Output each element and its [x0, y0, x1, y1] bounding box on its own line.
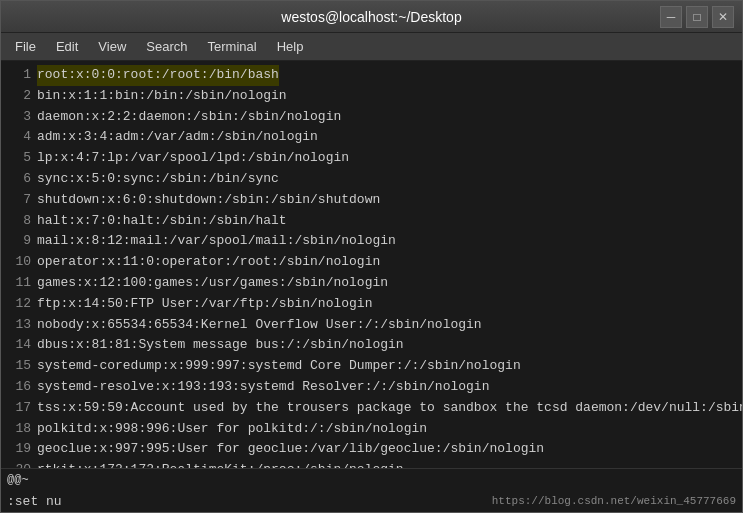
line-number: 2 — [7, 86, 31, 107]
line-number: 17 — [7, 398, 31, 419]
line-content: operator:x:11:0:operator:/root:/sbin/nol… — [37, 252, 380, 273]
line-content: geoclue:x:997:995:User for geoclue:/var/… — [37, 439, 544, 460]
line-content: systemd-resolve:x:193:193:systemd Resolv… — [37, 377, 489, 398]
maximize-button[interactable]: □ — [686, 6, 708, 28]
line-content: ftp:x:14:50:FTP User:/var/ftp:/sbin/nolo… — [37, 294, 372, 315]
table-row: 11games:x:12:100:games:/usr/games:/sbin/… — [7, 273, 736, 294]
line-number: 8 — [7, 211, 31, 232]
line-content: lp:x:4:7:lp:/var/spool/lpd:/sbin/nologin — [37, 148, 349, 169]
menu-edit[interactable]: Edit — [46, 35, 88, 58]
table-row: 20rtkit:x:172:172:RealtimeKit:/proc:/sbi… — [7, 460, 736, 468]
line-content: rtkit:x:172:172:RealtimeKit:/proc:/sbin/… — [37, 460, 404, 468]
line-content: shutdown:x:6:0:shutdown:/sbin:/sbin/shut… — [37, 190, 380, 211]
terminal-content: 1root:x:0:0:root:/root:/bin/bash2bin:x:1… — [1, 61, 742, 468]
line-content: systemd-coredump:x:999:997:systemd Core … — [37, 356, 521, 377]
title-bar: westos@localhost:~/Desktop ─ □ ✕ — [1, 1, 742, 33]
menu-help[interactable]: Help — [267, 35, 314, 58]
line-number: 1 — [7, 65, 31, 86]
line-content: root:x:0:0:root:/root:/bin/bash — [37, 65, 279, 86]
line-number: 19 — [7, 439, 31, 460]
line-number: 12 — [7, 294, 31, 315]
line-content: games:x:12:100:games:/usr/games:/sbin/no… — [37, 273, 388, 294]
line-number: 5 — [7, 148, 31, 169]
line-number: 14 — [7, 335, 31, 356]
command-line: :set nu — [7, 494, 492, 509]
window-title: westos@localhost:~/Desktop — [281, 9, 461, 25]
url-display: https://blog.csdn.net/weixin_45777669 — [492, 495, 736, 507]
line-number: 11 — [7, 273, 31, 294]
terminal-window: westos@localhost:~/Desktop ─ □ ✕ File Ed… — [0, 0, 743, 513]
line-content: tss:x:59:59:Account used by the trousers… — [37, 398, 742, 419]
line-number: 16 — [7, 377, 31, 398]
table-row: 5lp:x:4:7:lp:/var/spool/lpd:/sbin/nologi… — [7, 148, 736, 169]
line-content: adm:x:3:4:adm:/var/adm:/sbin/nologin — [37, 127, 318, 148]
close-button[interactable]: ✕ — [712, 6, 734, 28]
table-row: 18polkitd:x:998:996:User for polkitd:/:/… — [7, 419, 736, 440]
line-content: bin:x:1:1:bin:/bin:/sbin/nologin — [37, 86, 287, 107]
line-number: 15 — [7, 356, 31, 377]
menu-view[interactable]: View — [88, 35, 136, 58]
table-row: 3daemon:x:2:2:daemon:/sbin:/sbin/nologin — [7, 107, 736, 128]
line-number: 18 — [7, 419, 31, 440]
table-row: 19geoclue:x:997:995:User for geoclue:/va… — [7, 439, 736, 460]
line-content: halt:x:7:0:halt:/sbin:/sbin/halt — [37, 211, 287, 232]
table-row: 7shutdown:x:6:0:shutdown:/sbin:/sbin/shu… — [7, 190, 736, 211]
menu-terminal[interactable]: Terminal — [198, 35, 267, 58]
line-number: 6 — [7, 169, 31, 190]
terminal-body[interactable]: 1root:x:0:0:root:/root:/bin/bash2bin:x:1… — [1, 61, 742, 512]
line-content: dbus:x:81:81:System message bus:/:/sbin/… — [37, 335, 404, 356]
table-row: 13nobody:x:65534:65534:Kernel Overflow U… — [7, 315, 736, 336]
menu-file[interactable]: File — [5, 35, 46, 58]
line-content: daemon:x:2:2:daemon:/sbin:/sbin/nologin — [37, 107, 341, 128]
table-row: 2bin:x:1:1:bin:/bin:/sbin/nologin — [7, 86, 736, 107]
line-number: 3 — [7, 107, 31, 128]
line-number: 10 — [7, 252, 31, 273]
table-row: 10operator:x:11:0:operator:/root:/sbin/n… — [7, 252, 736, 273]
bottom-bar: :set nu https://blog.csdn.net/weixin_457… — [1, 490, 742, 512]
table-row: 12ftp:x:14:50:FTP User:/var/ftp:/sbin/no… — [7, 294, 736, 315]
table-row: 1root:x:0:0:root:/root:/bin/bash — [7, 65, 736, 86]
line-number: 13 — [7, 315, 31, 336]
line-content: polkitd:x:998:996:User for polkitd:/:/sb… — [37, 419, 427, 440]
line-number: 4 — [7, 127, 31, 148]
line-content: nobody:x:65534:65534:Kernel Overflow Use… — [37, 315, 482, 336]
line-number: 7 — [7, 190, 31, 211]
table-row: 6sync:x:5:0:sync:/sbin:/bin/sync — [7, 169, 736, 190]
status-at: @@~ — [7, 473, 736, 487]
menu-bar: File Edit View Search Terminal Help — [1, 33, 742, 61]
line-number: 20 — [7, 460, 31, 468]
line-number: 9 — [7, 231, 31, 252]
window-controls: ─ □ ✕ — [660, 6, 734, 28]
table-row: 17tss:x:59:59:Account used by the trouse… — [7, 398, 736, 419]
table-row: 9mail:x:8:12:mail:/var/spool/mail:/sbin/… — [7, 231, 736, 252]
status-bar: @@~ — [1, 468, 742, 490]
line-content: mail:x:8:12:mail:/var/spool/mail:/sbin/n… — [37, 231, 396, 252]
table-row: 16systemd-resolve:x:193:193:systemd Reso… — [7, 377, 736, 398]
table-row: 8halt:x:7:0:halt:/sbin:/sbin/halt — [7, 211, 736, 232]
line-content: sync:x:5:0:sync:/sbin:/bin/sync — [37, 169, 279, 190]
table-row: 15systemd-coredump:x:999:997:systemd Cor… — [7, 356, 736, 377]
table-row: 14dbus:x:81:81:System message bus:/:/sbi… — [7, 335, 736, 356]
minimize-button[interactable]: ─ — [660, 6, 682, 28]
menu-search[interactable]: Search — [136, 35, 197, 58]
table-row: 4adm:x:3:4:adm:/var/adm:/sbin/nologin — [7, 127, 736, 148]
